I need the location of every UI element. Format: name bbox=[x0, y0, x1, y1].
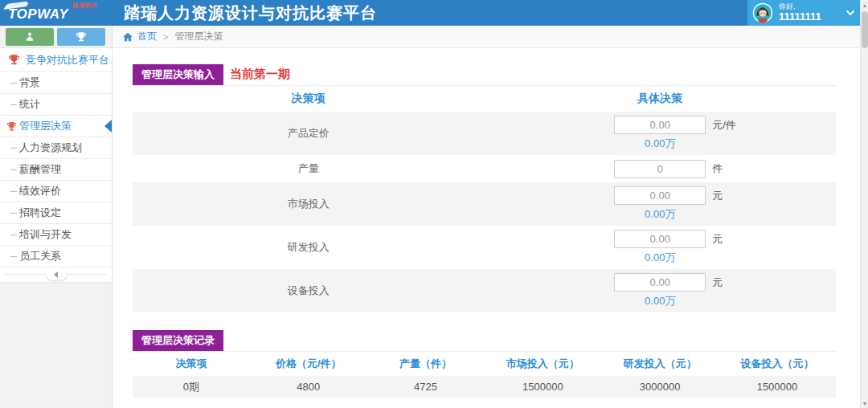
app-logo[interactable]: TOPWAY 踏瑞软件 bbox=[0, 0, 113, 26]
column-header: 价格（元/件） bbox=[250, 357, 367, 371]
trophy-icon bbox=[8, 54, 20, 66]
scroll-down-icon[interactable]: ▼ bbox=[861, 398, 868, 408]
page-title: 踏瑞人力资源设计与对抗比赛平台 bbox=[124, 2, 377, 24]
page: TOPWAY 踏瑞软件 踏瑞人力资源设计与对抗比赛平台 你好, 11111111 bbox=[0, 0, 860, 408]
marketing-investment-input[interactable] bbox=[614, 186, 706, 205]
sidebar-item-recruitment[interactable]: 招聘设定 bbox=[0, 202, 112, 224]
cell-equipment: 1500000 bbox=[719, 381, 836, 393]
tab-competition-module[interactable] bbox=[57, 28, 105, 46]
unit-label: 元 bbox=[712, 275, 723, 290]
sidebar-item-training[interactable]: 培训与开发 bbox=[0, 224, 112, 246]
cell-price: 4800 bbox=[250, 381, 367, 393]
active-item-arrow-icon bbox=[104, 120, 112, 133]
decision-record-table: 决策项 价格（元/件） 产量（件） 市场投入（元） 研发投入（元） 设备投入（元… bbox=[133, 352, 836, 398]
breadcrumb-separator: > bbox=[163, 32, 168, 42]
dash-icon bbox=[10, 235, 17, 235]
rd-investment-input[interactable] bbox=[614, 230, 706, 248]
sidebar-item-employee-relations[interactable]: 员工关系 bbox=[0, 246, 112, 267]
sidebar-item-statistics[interactable]: 统计 bbox=[0, 94, 112, 116]
decision-input-badge: 管理层决策输入 bbox=[133, 64, 223, 85]
decision-record-badge: 管理层决策记录 bbox=[133, 330, 223, 351]
dash-icon bbox=[10, 83, 17, 84]
converted-value-link: 0.00万 bbox=[645, 251, 675, 265]
decision-input-header: 管理层决策输入 当前第一期 bbox=[133, 64, 836, 86]
sidebar-item-label: 培训与开发 bbox=[19, 227, 72, 242]
breadcrumb-home-link[interactable]: 首页 bbox=[137, 30, 157, 43]
decision-record-section: 管理层决策记录 决策项 价格（元/件） 产量（件） 市场投入（元） 研发投入（元… bbox=[133, 330, 836, 398]
table-row-product-price: 产品定价 元/件 0.00万 bbox=[133, 112, 836, 155]
table-row-period-0: 0期 4800 4725 1500000 3000000 1500000 bbox=[133, 376, 836, 398]
table-row-marketing-investment: 市场投入 元 0.00万 bbox=[133, 182, 836, 226]
chevron-down-icon bbox=[845, 8, 855, 18]
output-quantity-input[interactable] bbox=[614, 160, 706, 178]
row-label: 研发投入 bbox=[133, 240, 485, 255]
sidebar-collapse-handle[interactable] bbox=[46, 268, 67, 280]
decision-record-header: 管理层决策记录 bbox=[133, 330, 836, 352]
sidebar-item-background[interactable]: 背景 bbox=[0, 72, 112, 94]
column-header: 决策项 bbox=[133, 357, 250, 371]
dash-icon bbox=[10, 169, 17, 170]
dash-icon bbox=[10, 148, 17, 149]
decision-record-table-header: 决策项 价格（元/件） 产量（件） 市场投入（元） 研发投入（元） 设备投入（元… bbox=[133, 352, 836, 376]
dash-icon bbox=[10, 213, 17, 214]
home-icon bbox=[122, 31, 133, 43]
collapse-left-icon bbox=[54, 271, 58, 278]
main-content: 管理层决策输入 当前第一期 决策项 具体决策 产品定价 元/件 bbox=[113, 48, 860, 408]
sidebar-item-label: 背景 bbox=[19, 75, 40, 90]
converted-value-link: 0.00万 bbox=[645, 207, 675, 222]
sidebar-filler bbox=[0, 282, 112, 408]
sidebar-item-hr-planning[interactable]: 人力资源规划 bbox=[0, 137, 112, 159]
row-label: 产量 bbox=[133, 161, 485, 176]
column-header-value: 具体决策 bbox=[485, 92, 837, 106]
row-label: 市场投入 bbox=[133, 197, 485, 211]
sidebar-item-compensation[interactable]: 薪酬管理 bbox=[0, 159, 112, 181]
logo-brand-subtext: 踏瑞软件 bbox=[72, 2, 98, 10]
vertical-scrollbar[interactable]: ▲ ▼ bbox=[860, 0, 868, 408]
user-info: 你好, 11111111 bbox=[779, 3, 845, 22]
dash-icon bbox=[10, 256, 17, 257]
current-period-label: 当前第一期 bbox=[230, 67, 290, 82]
row-label: 设备投入 bbox=[133, 284, 485, 298]
person-icon bbox=[24, 31, 35, 43]
breadcrumb-current: 管理层决策 bbox=[174, 30, 223, 43]
converted-value-link: 0.00万 bbox=[645, 294, 675, 308]
decision-input-table: 决策项 具体决策 产品定价 元/件 0.00万 bbox=[133, 86, 836, 312]
unit-label: 元 bbox=[712, 232, 723, 247]
product-price-input[interactable] bbox=[614, 116, 706, 134]
cell-rd: 3000000 bbox=[601, 381, 719, 393]
table-row-rd-investment: 研发投入 元 0.00万 bbox=[133, 226, 836, 269]
dash-icon bbox=[10, 104, 17, 105]
avatar bbox=[752, 2, 773, 23]
tab-hr-module[interactable] bbox=[6, 28, 54, 46]
decision-input-table-header: 决策项 具体决策 bbox=[133, 86, 836, 112]
unit-label: 元/件 bbox=[712, 118, 736, 133]
column-header: 研发投入（元） bbox=[601, 357, 719, 371]
sidebar-root-competition-platform[interactable]: 竞争对抗比赛平台 bbox=[0, 48, 112, 72]
sidebar-item-label: 人力资源规划 bbox=[19, 141, 82, 155]
breadcrumb: 首页 > 管理层决策 bbox=[113, 26, 860, 47]
cell-marketing: 1500000 bbox=[484, 381, 601, 393]
sidebar-item-management-decision[interactable]: 管理层决策 bbox=[0, 116, 112, 137]
sidebar-item-label: 员工关系 bbox=[19, 249, 61, 263]
user-name: 11111111 bbox=[779, 11, 845, 22]
column-header: 产量（件） bbox=[367, 357, 485, 371]
converted-value-link: 0.00万 bbox=[645, 137, 675, 151]
equipment-investment-input[interactable] bbox=[614, 273, 706, 292]
trophy-icon bbox=[76, 31, 87, 43]
module-tabs bbox=[0, 26, 113, 47]
sidebar-root-label: 竞争对抗比赛平台 bbox=[26, 53, 109, 67]
logo-brand-text: TOPWAY bbox=[8, 6, 68, 22]
sidebar-item-label: 招聘设定 bbox=[19, 206, 61, 220]
scrollbar-thumb[interactable] bbox=[862, 11, 868, 48]
sidebar-item-performance[interactable]: 绩效评价 bbox=[0, 181, 112, 202]
trophy-icon bbox=[6, 121, 17, 132]
user-menu[interactable]: 你好, 11111111 bbox=[747, 0, 860, 26]
column-header: 设备投入（元） bbox=[719, 357, 836, 371]
decision-input-section: 管理层决策输入 当前第一期 决策项 具体决策 产品定价 元/件 bbox=[133, 64, 836, 312]
sidebar-menu: 背景 统计 管理层决策 人力资源规划 bbox=[0, 72, 112, 267]
scroll-up-icon[interactable]: ▲ bbox=[861, 0, 868, 10]
cell-period: 0期 bbox=[133, 380, 250, 394]
cell-quantity: 4725 bbox=[367, 381, 485, 393]
table-row-output-quantity: 产量 件 bbox=[133, 155, 836, 182]
unit-label: 件 bbox=[712, 161, 723, 176]
